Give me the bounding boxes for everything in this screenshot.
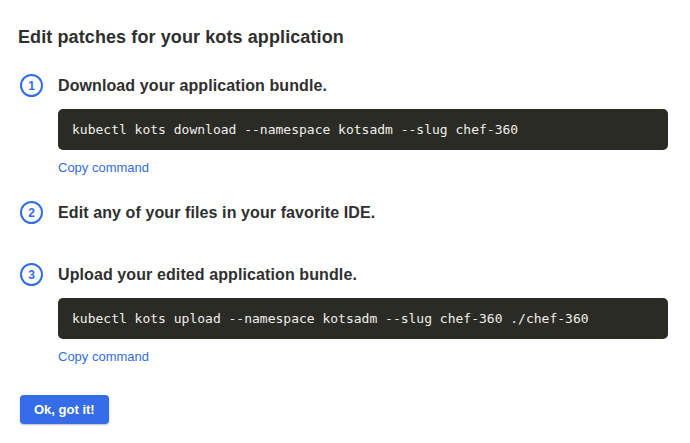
step-3-command-text: kubectl kots upload --namespace kotsadm …: [72, 311, 589, 326]
ok-got-it-button[interactable]: Ok, got it!: [20, 395, 109, 424]
step-2-heading: Edit any of your files in your favorite …: [58, 202, 375, 224]
step-2-section: 2 Edit any of your files in your favorit…: [0, 201, 690, 224]
step-3-number-badge: 3: [20, 263, 43, 286]
step-1-header: 1 Download your application bundle.: [20, 74, 690, 97]
step-1-number-badge: 1: [20, 74, 43, 97]
step-3-section: 3 Upload your edited application bundle.…: [0, 263, 690, 365]
step-1-section: 1 Download your application bundle. kube…: [0, 74, 690, 176]
step-2-header: 2 Edit any of your files in your favorit…: [20, 201, 690, 224]
step-2-number-badge: 2: [20, 201, 43, 224]
step-3-command-codeblock: kubectl kots upload --namespace kotsadm …: [58, 298, 668, 339]
step-3-heading: Upload your edited application bundle.: [58, 264, 357, 286]
edit-patches-panel: Edit patches for your kots application 1…: [0, 0, 690, 424]
step-1-heading: Download your application bundle.: [58, 75, 327, 97]
step-3-header: 3 Upload your edited application bundle.: [20, 263, 690, 286]
page-title: Edit patches for your kots application: [18, 27, 690, 48]
step-3-copy-command-link[interactable]: Copy command: [58, 349, 149, 365]
step-1-copy-command-link[interactable]: Copy command: [58, 160, 149, 176]
step-1-command-codeblock: kubectl kots download --namespace kotsad…: [58, 109, 668, 150]
step-1-command-text: kubectl kots download --namespace kotsad…: [72, 122, 518, 137]
